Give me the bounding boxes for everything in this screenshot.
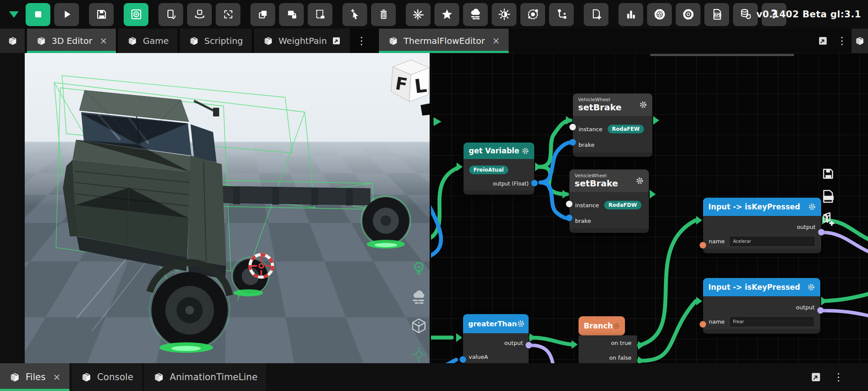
variable-pill[interactable]: FreioAtual xyxy=(469,166,508,174)
rotate-view-button[interactable] xyxy=(158,3,183,26)
fit-scale-button[interactable] xyxy=(216,3,240,26)
node-input-iskeypressed-1[interactable]: Input -> isKeyPressed output name xyxy=(703,198,821,253)
save-graph-button[interactable] xyxy=(820,166,836,182)
instance-port[interactable] xyxy=(569,124,576,130)
value-a-port[interactable] xyxy=(460,356,466,363)
weather-toggle[interactable] xyxy=(408,287,429,308)
exec-out-port[interactable] xyxy=(650,190,656,199)
tab-weightpain[interactable]: WeightPain xyxy=(254,29,350,53)
name-input[interactable] xyxy=(729,236,815,247)
output-port[interactable] xyxy=(526,342,532,348)
panel-popout-button[interactable] xyxy=(813,29,832,53)
gear-icon[interactable] xyxy=(808,203,816,211)
gear-icon[interactable] xyxy=(639,101,647,109)
output-port[interactable] xyxy=(818,229,825,235)
horizontal-scrollbar[interactable] xyxy=(650,54,794,56)
pointer-add-button[interactable] xyxy=(342,3,367,26)
tab-3d-editor[interactable]: 3D Editor × xyxy=(27,29,116,53)
node-header[interactable]: VehicleWheelsetBrake xyxy=(573,93,652,116)
gizmo-toggle[interactable] xyxy=(408,344,429,363)
output-port[interactable] xyxy=(817,307,824,314)
close-icon[interactable]: × xyxy=(100,36,108,46)
name-input[interactable] xyxy=(729,316,815,327)
bottom-panel-menu-button[interactable]: ⋮ xyxy=(829,363,848,391)
tab-console[interactable]: Console xyxy=(72,363,142,391)
duplicate-button[interactable] xyxy=(250,3,275,26)
orbit-settings-button[interactable] xyxy=(520,3,545,26)
gear-icon[interactable] xyxy=(807,283,815,291)
output-port[interactable] xyxy=(531,180,538,186)
save-button[interactable] xyxy=(89,3,114,26)
node-header[interactable]: VehicleWheelsetBrake xyxy=(569,169,649,192)
exec-out-port[interactable] xyxy=(535,162,541,171)
tab-game[interactable]: Game xyxy=(118,29,178,53)
lens-flare-button[interactable] xyxy=(406,3,431,26)
on-true-port[interactable] xyxy=(638,341,644,350)
node-setbrake-2[interactable]: VehicleWheelsetBrake instanceRodaFDW bra… xyxy=(569,169,649,233)
exec-out-port[interactable] xyxy=(821,297,827,305)
engine-settings-button[interactable] xyxy=(647,3,672,26)
database-sync-button[interactable] xyxy=(733,3,758,26)
node-setbrake-1[interactable]: VehicleWheelsetBrake instanceRodaFEW bra… xyxy=(573,93,652,157)
add-page-button[interactable] xyxy=(584,3,608,26)
exec-in-port[interactable] xyxy=(566,116,572,125)
3d-viewport[interactable]: F L xyxy=(25,53,430,363)
tab-files[interactable]: Files × xyxy=(0,363,69,391)
bounds-cube-toggle[interactable] xyxy=(408,315,429,336)
preview-button[interactable] xyxy=(124,3,148,26)
light-toggle[interactable] xyxy=(408,258,429,279)
tab-animationtimeline[interactable]: AnimationTimeLine xyxy=(144,363,266,391)
instance-port[interactable] xyxy=(566,201,572,207)
exec-in-port[interactable] xyxy=(456,333,462,342)
exec-in-port[interactable] xyxy=(696,297,702,305)
name-port[interactable] xyxy=(700,321,706,328)
exec-in-port[interactable] xyxy=(457,162,463,171)
panel-menu-button[interactable]: ⋮ xyxy=(832,29,852,53)
node-header[interactable]: greaterThan xyxy=(463,314,529,333)
exec-out-port[interactable] xyxy=(653,116,659,125)
instance-pill[interactable]: RodaFDW xyxy=(604,201,641,209)
node-get-variable[interactable]: get Variable FreioAtual output (Float) xyxy=(464,142,534,195)
stop-button[interactable] xyxy=(26,3,50,26)
node-input-iskeypressed-2[interactable]: Input -> isKeyPressed output name xyxy=(703,278,820,334)
close-icon[interactable]: × xyxy=(53,372,61,382)
close-icon[interactable]: × xyxy=(492,36,500,46)
gear-icon[interactable] xyxy=(517,320,525,328)
play-button[interactable] xyxy=(54,3,79,26)
dock-handle-left[interactable] xyxy=(0,29,25,53)
bottom-panel-popout-button[interactable] xyxy=(806,363,825,391)
exec-in-port[interactable] xyxy=(572,340,578,349)
add-prefab-button[interactable] xyxy=(820,211,836,227)
brightness-button[interactable] xyxy=(492,3,516,26)
exec-in-port[interactable] xyxy=(562,190,569,199)
brake-port[interactable] xyxy=(569,139,576,146)
on-false-port[interactable] xyxy=(638,356,644,363)
apk-export-button[interactable]: APK xyxy=(704,3,729,26)
target-settings-button[interactable] xyxy=(676,3,700,26)
gear-icon[interactable] xyxy=(613,322,620,330)
tab-scripting[interactable]: Scripting xyxy=(180,29,252,53)
instance-pill[interactable]: RodaFEW xyxy=(608,125,644,133)
dock-handle-right[interactable] xyxy=(852,29,868,53)
node-branch[interactable]: Branch on true on false xyxy=(579,316,637,363)
node-editor-panel[interactable]: get Variable FreioAtual output (Float) V… xyxy=(431,53,868,363)
node-header[interactable]: Input -> isKeyPressed xyxy=(703,198,821,216)
weather-fog-button[interactable] xyxy=(463,3,488,26)
gear-icon[interactable] xyxy=(636,177,644,185)
select-region-button[interactable] xyxy=(308,3,332,26)
node-header[interactable]: Input -> isKeyPressed xyxy=(703,278,820,296)
node-greaterthan[interactable]: greaterThan output valueA xyxy=(463,314,529,363)
node-pin-button[interactable] xyxy=(549,3,574,26)
brake-port[interactable] xyxy=(566,215,572,221)
delete-button[interactable] xyxy=(371,3,396,26)
exec-out-port[interactable] xyxy=(529,333,536,342)
name-port[interactable] xyxy=(700,242,706,249)
node-header[interactable]: get Variable xyxy=(464,142,534,159)
node-header[interactable]: Branch xyxy=(579,316,625,335)
var-file-button[interactable]: VAR xyxy=(820,189,836,204)
duplicate-locked-button[interactable] xyxy=(279,3,304,26)
statistics-button[interactable] xyxy=(618,3,643,26)
run-menu-caret-icon[interactable] xyxy=(9,11,19,18)
tab-overflow-menu[interactable]: ⋮ xyxy=(352,29,371,53)
target-gizmo[interactable] xyxy=(250,255,273,277)
